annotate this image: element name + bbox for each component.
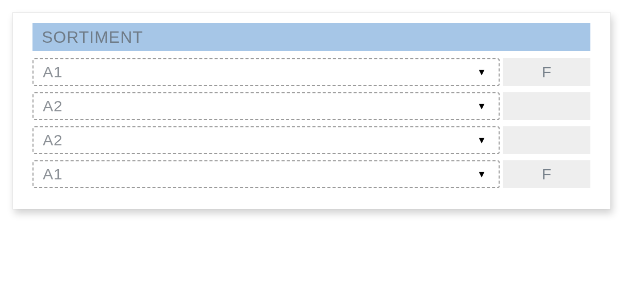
sortiment-panel: SORTIMENT A1 ▼ F A2 ▼ A2 ▼: [12, 12, 610, 209]
row: A2 ▼: [32, 126, 590, 154]
sortiment-dropdown[interactable]: A2 ▼: [32, 126, 500, 154]
row-badge: F: [503, 58, 590, 86]
chevron-down-icon: ▼: [477, 102, 486, 111]
row-badge: [503, 126, 590, 154]
dropdown-value: A2: [43, 97, 63, 115]
sortiment-dropdown[interactable]: A1 ▼: [32, 160, 500, 188]
row: A1 ▼ F: [32, 58, 590, 86]
rows-container: A1 ▼ F A2 ▼ A2 ▼: [32, 58, 590, 188]
row: A1 ▼ F: [32, 160, 590, 188]
chevron-down-icon: ▼: [477, 170, 486, 179]
dropdown-value: A2: [43, 131, 63, 149]
chevron-down-icon: ▼: [477, 136, 486, 145]
sortiment-dropdown[interactable]: A2 ▼: [32, 92, 500, 120]
dropdown-value: A1: [43, 63, 63, 81]
panel-header: SORTIMENT: [32, 23, 590, 51]
row-badge: [503, 92, 590, 120]
sortiment-dropdown[interactable]: A1 ▼: [32, 58, 500, 86]
panel-inner: SORTIMENT A1 ▼ F A2 ▼ A2 ▼: [32, 23, 590, 188]
row-badge: F: [503, 160, 590, 188]
dropdown-value: A1: [43, 165, 63, 183]
row: A2 ▼: [32, 92, 590, 120]
chevron-down-icon: ▼: [477, 68, 486, 77]
